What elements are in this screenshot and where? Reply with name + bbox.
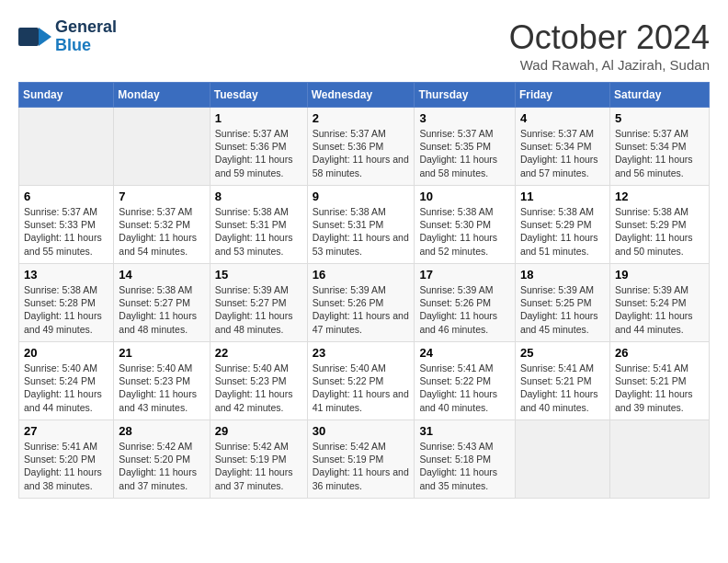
calendar-cell: 4Sunrise: 5:37 AMSunset: 5:34 PMDaylight… xyxy=(515,108,609,186)
day-number: 30 xyxy=(313,424,410,438)
day-info: Sunrise: 5:42 AMSunset: 5:20 PMDaylight:… xyxy=(119,440,204,492)
day-number: 6 xyxy=(24,190,108,203)
calendar-cell: 27Sunrise: 5:41 AMSunset: 5:20 PMDayligh… xyxy=(19,420,114,499)
day-number: 8 xyxy=(215,190,302,203)
calendar-cell: 3Sunrise: 5:37 AMSunset: 5:35 PMDaylight… xyxy=(415,108,516,186)
day-info: Sunrise: 5:40 AMSunset: 5:22 PMDaylight:… xyxy=(313,362,410,414)
day-info: Sunrise: 5:42 AMSunset: 5:19 PMDaylight:… xyxy=(215,440,302,492)
weekday-header-tuesday: Tuesday xyxy=(210,83,307,108)
calendar-cell: 28Sunrise: 5:42 AMSunset: 5:20 PMDayligh… xyxy=(114,420,210,499)
calendar-cell: 13Sunrise: 5:38 AMSunset: 5:28 PMDayligh… xyxy=(19,264,114,342)
calendar-cell: 26Sunrise: 5:41 AMSunset: 5:21 PMDayligh… xyxy=(609,342,709,420)
calendar-cell: 22Sunrise: 5:40 AMSunset: 5:23 PMDayligh… xyxy=(210,342,307,420)
calendar-cell: 1Sunrise: 5:37 AMSunset: 5:36 PMDaylight… xyxy=(210,108,307,186)
calendar-cell: 2Sunrise: 5:37 AMSunset: 5:36 PMDaylight… xyxy=(307,108,415,186)
weekday-header-thursday: Thursday xyxy=(415,83,516,108)
day-number: 7 xyxy=(119,190,204,203)
day-info: Sunrise: 5:39 AMSunset: 5:25 PMDaylight:… xyxy=(520,283,605,336)
day-number: 9 xyxy=(313,190,410,203)
day-info: Sunrise: 5:37 AMSunset: 5:35 PMDaylight:… xyxy=(419,127,510,179)
calendar-week-row: 20Sunrise: 5:40 AMSunset: 5:24 PMDayligh… xyxy=(19,342,710,420)
calendar-cell xyxy=(609,420,709,499)
day-info: Sunrise: 5:37 AMSunset: 5:34 PMDaylight:… xyxy=(520,127,605,179)
calendar-header-row: SundayMondayTuesdayWednesdayThursdayFrid… xyxy=(19,83,710,108)
day-info: Sunrise: 5:39 AMSunset: 5:26 PMDaylight:… xyxy=(419,283,510,336)
day-info: Sunrise: 5:40 AMSunset: 5:23 PMDaylight:… xyxy=(215,362,302,414)
weekday-header-saturday: Saturday xyxy=(609,83,709,108)
calendar-week-row: 13Sunrise: 5:38 AMSunset: 5:28 PMDayligh… xyxy=(19,264,710,342)
calendar-week-row: 27Sunrise: 5:41 AMSunset: 5:20 PMDayligh… xyxy=(19,420,710,499)
day-info: Sunrise: 5:37 AMSunset: 5:34 PMDaylight:… xyxy=(615,127,704,179)
day-number: 2 xyxy=(313,111,410,125)
day-info: Sunrise: 5:41 AMSunset: 5:22 PMDaylight:… xyxy=(419,362,510,414)
day-number: 20 xyxy=(24,346,108,360)
calendar-cell: 31Sunrise: 5:43 AMSunset: 5:18 PMDayligh… xyxy=(415,420,516,499)
day-info: Sunrise: 5:37 AMSunset: 5:36 PMDaylight:… xyxy=(313,127,410,179)
day-info: Sunrise: 5:38 AMSunset: 5:29 PMDaylight:… xyxy=(520,205,605,258)
day-info: Sunrise: 5:38 AMSunset: 5:31 PMDaylight:… xyxy=(313,205,410,258)
calendar-cell: 18Sunrise: 5:39 AMSunset: 5:25 PMDayligh… xyxy=(515,264,609,342)
weekday-header-wednesday: Wednesday xyxy=(307,83,415,108)
day-number: 21 xyxy=(119,346,204,360)
day-number: 10 xyxy=(419,190,510,203)
calendar-cell: 9Sunrise: 5:38 AMSunset: 5:31 PMDaylight… xyxy=(307,186,415,264)
day-number: 14 xyxy=(119,268,204,282)
day-number: 18 xyxy=(520,268,605,282)
day-info: Sunrise: 5:37 AMSunset: 5:36 PMDaylight:… xyxy=(215,127,302,179)
day-info: Sunrise: 5:38 AMSunset: 5:30 PMDaylight:… xyxy=(419,205,510,258)
calendar-cell: 11Sunrise: 5:38 AMSunset: 5:29 PMDayligh… xyxy=(515,186,609,264)
weekday-header-friday: Friday xyxy=(515,83,609,108)
day-info: Sunrise: 5:37 AMSunset: 5:33 PMDaylight:… xyxy=(24,205,108,258)
logo-icon xyxy=(18,20,51,53)
day-number: 1 xyxy=(215,111,302,125)
calendar-cell: 14Sunrise: 5:38 AMSunset: 5:27 PMDayligh… xyxy=(114,264,210,342)
day-number: 13 xyxy=(24,268,108,282)
day-number: 5 xyxy=(615,111,704,125)
calendar-cell xyxy=(19,108,114,186)
day-info: Sunrise: 5:38 AMSunset: 5:31 PMDaylight:… xyxy=(215,205,302,258)
day-number: 23 xyxy=(313,346,410,360)
calendar-cell: 21Sunrise: 5:40 AMSunset: 5:23 PMDayligh… xyxy=(114,342,210,420)
calendar-cell: 5Sunrise: 5:37 AMSunset: 5:34 PMDaylight… xyxy=(609,108,709,186)
calendar-table: SundayMondayTuesdayWednesdayThursdayFrid… xyxy=(18,82,710,499)
day-info: Sunrise: 5:42 AMSunset: 5:19 PMDaylight:… xyxy=(313,440,410,492)
day-number: 27 xyxy=(24,424,108,438)
day-info: Sunrise: 5:40 AMSunset: 5:24 PMDaylight:… xyxy=(24,362,108,414)
location-title: Wad Rawah, Al Jazirah, Sudan xyxy=(509,57,710,73)
day-info: Sunrise: 5:41 AMSunset: 5:20 PMDaylight:… xyxy=(24,440,108,492)
day-info: Sunrise: 5:43 AMSunset: 5:18 PMDaylight:… xyxy=(419,440,510,492)
calendar-cell: 30Sunrise: 5:42 AMSunset: 5:19 PMDayligh… xyxy=(307,420,415,499)
calendar-cell: 20Sunrise: 5:40 AMSunset: 5:24 PMDayligh… xyxy=(19,342,114,420)
day-number: 19 xyxy=(615,268,704,282)
day-info: Sunrise: 5:39 AMSunset: 5:26 PMDaylight:… xyxy=(313,283,410,336)
page-header: General Blue October 2024 Wad Rawah, Al … xyxy=(18,18,710,73)
day-number: 11 xyxy=(520,190,605,203)
day-number: 3 xyxy=(419,111,510,125)
calendar-cell: 10Sunrise: 5:38 AMSunset: 5:30 PMDayligh… xyxy=(415,186,516,264)
calendar-cell xyxy=(515,420,609,499)
weekday-header-monday: Monday xyxy=(114,83,210,108)
day-info: Sunrise: 5:41 AMSunset: 5:21 PMDaylight:… xyxy=(520,362,605,414)
svg-rect-0 xyxy=(18,28,39,46)
calendar-cell: 15Sunrise: 5:39 AMSunset: 5:27 PMDayligh… xyxy=(210,264,307,342)
calendar-cell: 6Sunrise: 5:37 AMSunset: 5:33 PMDaylight… xyxy=(19,186,114,264)
day-info: Sunrise: 5:41 AMSunset: 5:21 PMDaylight:… xyxy=(615,362,704,414)
logo-general: General xyxy=(55,18,117,37)
logo: General Blue xyxy=(18,18,117,55)
calendar-cell xyxy=(114,108,210,186)
day-info: Sunrise: 5:38 AMSunset: 5:29 PMDaylight:… xyxy=(615,205,704,258)
day-info: Sunrise: 5:39 AMSunset: 5:24 PMDaylight:… xyxy=(615,283,704,336)
calendar-cell: 25Sunrise: 5:41 AMSunset: 5:21 PMDayligh… xyxy=(515,342,609,420)
calendar-cell: 24Sunrise: 5:41 AMSunset: 5:22 PMDayligh… xyxy=(415,342,516,420)
day-number: 22 xyxy=(215,346,302,360)
day-info: Sunrise: 5:39 AMSunset: 5:27 PMDaylight:… xyxy=(215,283,302,336)
weekday-header-sunday: Sunday xyxy=(19,83,114,108)
calendar-week-row: 6Sunrise: 5:37 AMSunset: 5:33 PMDaylight… xyxy=(19,186,710,264)
calendar-cell: 12Sunrise: 5:38 AMSunset: 5:29 PMDayligh… xyxy=(609,186,709,264)
day-number: 29 xyxy=(215,424,302,438)
day-number: 17 xyxy=(419,268,510,282)
day-number: 25 xyxy=(520,346,605,360)
calendar-cell: 29Sunrise: 5:42 AMSunset: 5:19 PMDayligh… xyxy=(210,420,307,499)
calendar-cell: 8Sunrise: 5:38 AMSunset: 5:31 PMDaylight… xyxy=(210,186,307,264)
day-info: Sunrise: 5:38 AMSunset: 5:27 PMDaylight:… xyxy=(119,283,204,336)
